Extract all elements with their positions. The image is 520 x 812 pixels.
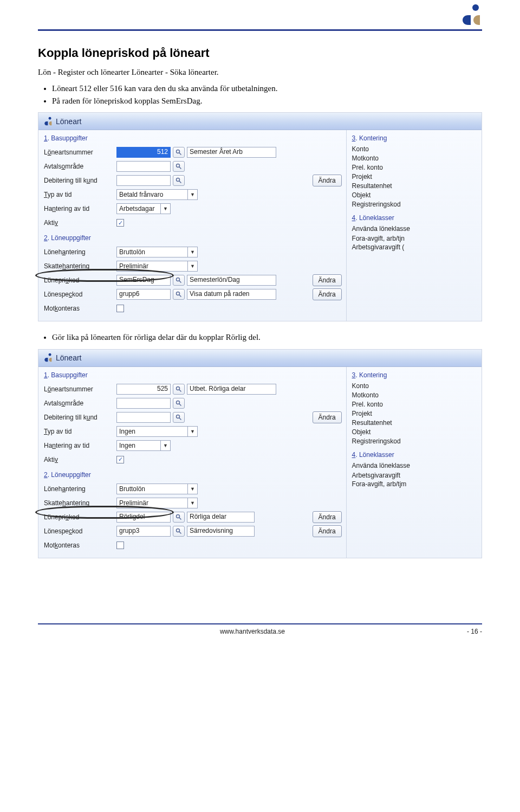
label-prel-konto: Prel. konto [352, 164, 477, 171]
label-lonepriskod: Lönepriskod [44, 513, 114, 521]
svg-point-19 [177, 514, 180, 518]
svg-point-8 [177, 278, 180, 281]
lookup-icon[interactable] [173, 161, 185, 172]
section-1-title[interactable]: 1. Basuppgifter [44, 371, 342, 379]
label-aktiv: Aktiv [44, 456, 114, 463]
field-debitering[interactable] [116, 175, 171, 186]
svg-line-7 [179, 181, 181, 183]
label-registreringskod: Registreringskod [352, 437, 477, 445]
label-debitering: Debitering till kund [44, 414, 114, 421]
section-4-title[interactable]: 4. Löneklasser [352, 451, 477, 459]
section-3-title[interactable]: 3. Kontering [352, 134, 477, 142]
label-lonepriskod: Lönepriskod [44, 276, 114, 284]
svg-line-18 [179, 417, 181, 420]
combo-skattehantering[interactable]: Preliminär▼ [116, 498, 198, 508]
svg-point-1 [49, 117, 51, 119]
loneklass-item: Fora-avgift, arb/tjn [352, 235, 477, 242]
field-loneart-namn[interactable]: Utbet. Rörliga delar [187, 384, 276, 395]
field-lonepriskod-desc: Semesterlön/Dag [187, 275, 276, 286]
label-lonehantering: Lönehantering [44, 485, 114, 493]
combo-skattehantering[interactable]: Preliminär▼ [116, 261, 198, 272]
label-resultatenhet: Resultatenhet [352, 419, 477, 427]
field-loneart-namn[interactable]: Semester Året Arb [187, 147, 276, 158]
combo-hantering[interactable]: Arbetsdagar▼ [116, 203, 171, 214]
window-title: Löneart [56, 353, 81, 362]
label-lonespeckod: Lönespeckod [44, 527, 114, 535]
andra-button[interactable]: Ändra [313, 175, 342, 186]
chevron-down-icon: ▼ [160, 441, 170, 450]
window-titlebar: Löneart [38, 350, 482, 367]
field-debitering[interactable] [116, 412, 171, 423]
label-resultatenhet: Resultatenhet [352, 182, 477, 190]
label-motkonteras: Motkonteras [44, 305, 114, 312]
andra-button[interactable]: Ändra [313, 511, 342, 523]
field-lonepriskod[interactable]: Rörligdel [116, 512, 171, 523]
svg-line-5 [179, 167, 181, 169]
svg-line-20 [179, 517, 181, 519]
svg-point-21 [177, 529, 180, 532]
combo-typ-av-tid[interactable]: Betald frånvaro▼ [116, 189, 198, 200]
checkbox-motkonteras[interactable] [116, 542, 124, 549]
brand-logo [458, 3, 482, 29]
label-lonespeckod: Lönespeckod [44, 291, 114, 298]
label-debitering: Debitering till kund [44, 177, 114, 184]
label-prel-konto: Prel. konto [352, 401, 477, 408]
bullet-item: På raden för lönepriskod kopplas SemErsD… [52, 95, 482, 107]
bullet-list-b: Gör lika på lönearten för rörliga delar … [52, 331, 482, 344]
field-loneartsnummer[interactable]: 512 [116, 147, 171, 158]
loneklass-item: Arbetsgivaravgift [352, 472, 477, 479]
label-aktiv: Aktiv [44, 219, 114, 227]
field-avtalsomrade[interactable] [116, 398, 171, 409]
svg-point-17 [177, 415, 180, 418]
label-lonehantering: Lönehantering [44, 248, 114, 256]
andra-button[interactable]: Ändra [313, 525, 342, 537]
combo-hantering[interactable]: Ingen▼ [116, 440, 171, 451]
bullet-list-a: Löneart 512 eller 516 kan vara den du sk… [52, 82, 482, 107]
label-registreringskod: Registreringskod [352, 201, 477, 208]
combo-typ-av-tid[interactable]: Ingen▼ [116, 426, 198, 437]
label-skattehantering: Skattehantering [44, 262, 114, 270]
label-objekt: Objekt [352, 428, 477, 436]
label-objekt: Objekt [352, 191, 477, 199]
lookup-icon[interactable] [173, 526, 185, 537]
lookup-icon[interactable] [173, 289, 185, 300]
field-lonespeckod[interactable]: grupp3 [116, 526, 171, 537]
window-title: Löneart [56, 117, 81, 126]
field-lonepriskod[interactable]: SemErsDag [116, 275, 171, 286]
section-3-title[interactable]: 3. Kontering [352, 371, 477, 379]
andra-button[interactable]: Ändra [313, 274, 342, 286]
loneklass-item: Arbetsgivaravgift ( [352, 243, 477, 251]
page-heading: Koppla lönepriskod på löneart [38, 46, 482, 60]
chevron-down-icon: ▼ [187, 261, 197, 271]
field-lonespeckod[interactable]: grupp6 [116, 289, 171, 300]
lookup-icon[interactable] [173, 147, 185, 158]
lookup-icon[interactable] [173, 275, 185, 286]
field-avtalsomrade[interactable] [116, 161, 171, 172]
section-1-title[interactable]: 1. Basuppgifter [44, 134, 342, 142]
label-anvanda-loneklasse: Använda löneklasse [352, 462, 477, 469]
header-rule [38, 29, 482, 31]
label-projekt: Projekt [352, 173, 477, 181]
lookup-icon[interactable] [173, 512, 185, 523]
andra-button[interactable]: Ändra [313, 411, 342, 423]
bullet-item: Löneart 512 eller 516 kan vara den du sk… [52, 82, 482, 95]
andra-button[interactable]: Ändra [313, 288, 342, 300]
label-avtalsomrade: Avtalsområde [44, 163, 114, 170]
checkbox-motkonteras[interactable] [116, 305, 124, 312]
checkbox-aktiv[interactable]: ✓ [116, 219, 124, 227]
label-projekt: Projekt [352, 410, 477, 417]
lookup-icon[interactable] [173, 384, 185, 395]
lookup-icon[interactable] [173, 398, 185, 409]
section-2-title[interactable]: 2. Löneuppgifter [44, 234, 342, 242]
label-typ-av-tid: Typ av tid [44, 191, 114, 198]
lookup-icon[interactable] [173, 412, 185, 423]
section-2-title[interactable]: 2. Löneuppgifter [44, 471, 342, 479]
checkbox-aktiv[interactable]: ✓ [116, 456, 124, 463]
combo-lonehantering[interactable]: Bruttolön▼ [116, 484, 198, 494]
label-konto: Konto [352, 382, 477, 390]
section-4-title[interactable]: 4. Löneklasser [352, 214, 477, 222]
label-hantering: Hantering av tid [44, 205, 114, 212]
lookup-icon[interactable] [173, 175, 185, 186]
combo-lonehantering[interactable]: Bruttolön▼ [116, 247, 198, 257]
field-loneartsnummer[interactable]: 525 [116, 384, 171, 395]
